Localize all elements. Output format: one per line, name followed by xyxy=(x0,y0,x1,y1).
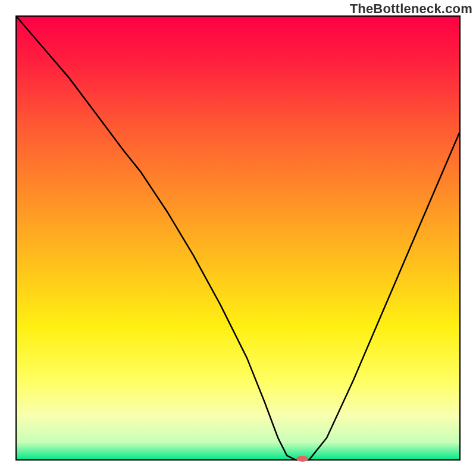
watermark-text: TheBottleneck.com xyxy=(350,1,472,17)
bottleneck-chart xyxy=(0,0,476,476)
gradient-background xyxy=(16,16,460,460)
chart-container: TheBottleneck.com xyxy=(0,0,476,476)
min-marker xyxy=(296,456,308,462)
